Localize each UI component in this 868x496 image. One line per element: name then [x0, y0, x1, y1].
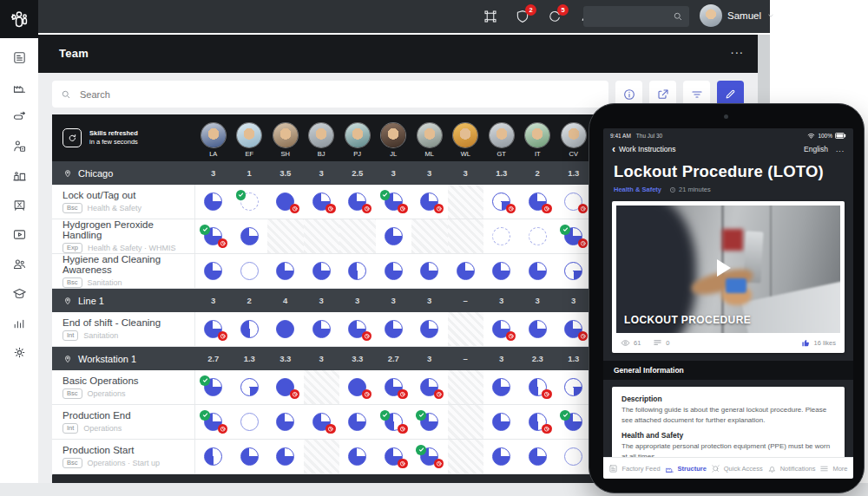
member-avatar[interactable]: [525, 123, 549, 147]
play-button-icon[interactable]: [717, 259, 731, 277]
skill-cell[interactable]: [483, 440, 520, 473]
skill-cell[interactable]: [556, 405, 592, 439]
skill-label[interactable]: Hydgrogen Peroxide HandlingExpHealth & S…: [52, 219, 195, 253]
skill-cell[interactable]: [195, 185, 232, 219]
member-column-header[interactable]: JL: [376, 114, 412, 161]
instruction-category[interactable]: Health & Safety: [614, 186, 661, 193]
analytics-icon[interactable]: [12, 316, 27, 330]
skill-cell[interactable]: [411, 405, 448, 439]
member-avatar[interactable]: [562, 123, 586, 147]
skill-cell[interactable]: [195, 440, 232, 473]
skill-label[interactable]: Production StartBscOperations · Start up: [52, 440, 195, 473]
skill-label[interactable]: End of shift - CleaningIntSanitation: [52, 312, 195, 346]
skill-cell[interactable]: [411, 440, 448, 473]
member-avatar[interactable]: [201, 123, 226, 147]
workspace-icon[interactable]: [483, 9, 498, 24]
skill-cell[interactable]: [195, 312, 232, 346]
search-input[interactable]: [78, 88, 600, 101]
skill-cell[interactable]: [232, 254, 268, 288]
skill-cell[interactable]: [520, 370, 556, 404]
skill-cell[interactable]: [232, 370, 268, 404]
knowledge-icon[interactable]: [12, 227, 27, 242]
skill-cell[interactable]: [376, 405, 412, 439]
tablet-menu-ellipsis[interactable]: ...: [836, 145, 845, 153]
skill-cell[interactable]: [556, 440, 592, 473]
structure-icon[interactable]: [12, 80, 27, 95]
skill-cell[interactable]: [304, 405, 340, 439]
skill-cell[interactable]: [267, 185, 304, 219]
app-logo[interactable]: [0, 0, 38, 38]
skill-cell[interactable]: [411, 185, 448, 219]
skill-cell[interactable]: [232, 440, 268, 473]
member-column-header[interactable]: BJ: [304, 114, 340, 161]
refresh-icon[interactable]: [62, 128, 82, 147]
skill-label[interactable]: Lock out/Tag outBscHealth & Safety: [52, 185, 195, 219]
settings-icon[interactable]: [12, 345, 27, 360]
skill-cell[interactable]: [376, 254, 412, 288]
tablet-nav-quick-access[interactable]: Quick Access: [711, 464, 763, 473]
skill-cell[interactable]: [232, 185, 268, 219]
member-avatar[interactable]: [418, 123, 442, 147]
tablet-nav-more[interactable]: More: [819, 464, 847, 473]
skill-cell[interactable]: [520, 312, 556, 346]
member-avatar[interactable]: [453, 123, 477, 147]
skill-cell[interactable]: [339, 370, 376, 404]
skill-cell[interactable]: [304, 185, 340, 219]
skills-icon[interactable]: [12, 286, 27, 301]
skill-cell[interactable]: [520, 254, 556, 288]
tablet-nav-notifications[interactable]: Notifications: [767, 464, 816, 473]
skill-cell[interactable]: [483, 370, 520, 404]
skill-cell[interactable]: [195, 370, 232, 404]
member-column-header[interactable]: WL: [448, 114, 484, 161]
user-menu[interactable]: Samuel: [700, 4, 775, 27]
skill-cell[interactable]: [339, 440, 376, 473]
skill-label[interactable]: Basic OperationsBscOperations: [52, 370, 195, 404]
incidents-icon[interactable]: [12, 198, 27, 212]
skill-cell[interactable]: [267, 254, 304, 288]
member-avatar[interactable]: [309, 123, 333, 147]
skill-cell[interactable]: [483, 312, 520, 346]
skill-cell[interactable]: [556, 185, 592, 219]
skill-cell[interactable]: [483, 185, 520, 219]
like-button[interactable]: 16 likes: [801, 338, 836, 348]
skill-cell[interactable]: [267, 405, 304, 439]
skill-cell[interactable]: [267, 440, 304, 473]
member-column-header[interactable]: EF: [232, 114, 268, 161]
feed-icon[interactable]: [12, 50, 27, 65]
skill-cell[interactable]: [376, 370, 412, 404]
member-column-header[interactable]: PJ: [339, 114, 376, 161]
skill-cell[interactable]: [304, 254, 340, 288]
skill-cell[interactable]: [376, 312, 412, 346]
skill-cell[interactable]: [556, 219, 592, 253]
skill-cell[interactable]: [304, 312, 340, 346]
skill-cell[interactable]: [267, 312, 304, 346]
skill-cell[interactable]: [195, 219, 232, 253]
safety-shield-icon[interactable]: 2: [515, 9, 530, 24]
table-search[interactable]: [52, 81, 608, 108]
skill-cell[interactable]: [520, 405, 556, 439]
member-column-header[interactable]: CV: [556, 114, 592, 161]
skill-cell[interactable]: [556, 370, 592, 404]
skill-cell[interactable]: [411, 312, 448, 346]
skill-cell[interactable]: [195, 254, 232, 288]
skill-cell[interactable]: [339, 254, 376, 288]
skill-cell[interactable]: [483, 219, 520, 253]
skill-cell[interactable]: [339, 185, 376, 219]
skill-cell[interactable]: [376, 219, 412, 253]
andon-icon[interactable]: [12, 109, 27, 124]
skill-cell[interactable]: [339, 405, 376, 439]
member-column-header[interactable]: GT: [483, 114, 520, 161]
skill-cell[interactable]: [556, 312, 592, 346]
member-avatar[interactable]: [345, 123, 370, 147]
skill-cell[interactable]: [411, 370, 448, 404]
skill-cell[interactable]: [267, 370, 304, 404]
video-player[interactable]: LOCKOUT PROCEDURE: [616, 206, 840, 333]
member-avatar[interactable]: [490, 123, 514, 147]
skill-cell[interactable]: [483, 405, 520, 439]
member-column-header[interactable]: IT: [520, 114, 556, 161]
skill-label[interactable]: Hygiene and Cleaning AwarenessBscSanitat…: [52, 254, 195, 288]
skill-cell[interactable]: [339, 312, 376, 346]
page-menu-ellipsis[interactable]: ...: [730, 42, 744, 56]
operators-icon[interactable]: [12, 139, 27, 153]
skill-cell[interactable]: [520, 185, 556, 219]
